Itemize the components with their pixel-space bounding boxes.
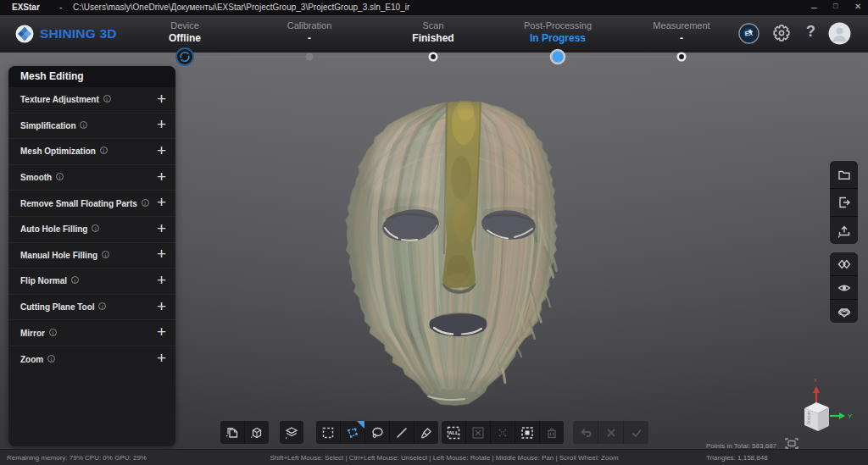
svg-text:Y: Y: [848, 412, 853, 420]
svg-text:x: x: [814, 377, 817, 383]
svg-text:Bottom: Bottom: [806, 411, 811, 424]
svg-text:ALL: ALL: [448, 430, 459, 435]
